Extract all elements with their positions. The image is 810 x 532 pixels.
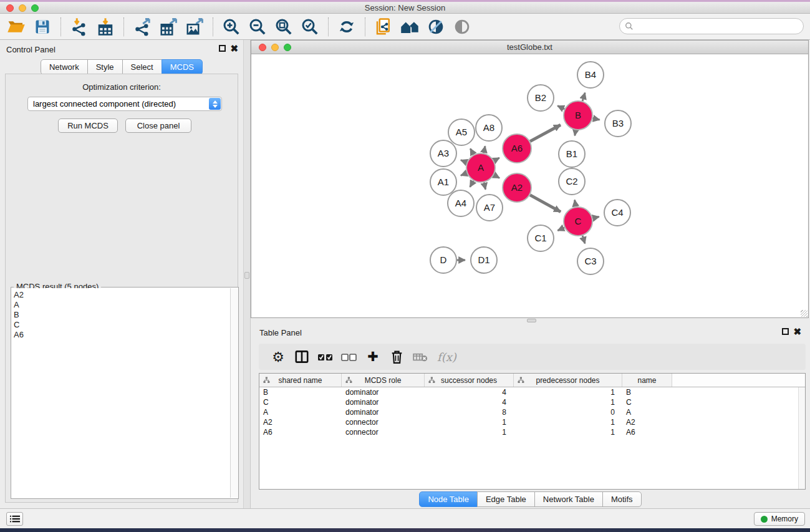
table-settings-button[interactable]: ⚙: [268, 346, 289, 367]
edge-A2-C[interactable]: [530, 195, 561, 212]
table-row[interactable]: Bdominator41B: [259, 387, 805, 397]
edge-C-C1[interactable]: [557, 228, 564, 231]
tab-style[interactable]: Style: [87, 59, 123, 75]
graph-node-B1[interactable]: B1: [559, 141, 585, 167]
panel-splitter[interactable]: [243, 40, 251, 508]
tab-edge-table[interactable]: Edge Table: [477, 491, 535, 507]
edge-B-B1[interactable]: [575, 130, 576, 136]
table-cell[interactable]: C: [259, 397, 342, 407]
horizontal-splitter-handle[interactable]: [527, 319, 536, 322]
table-cell[interactable]: dominator: [342, 397, 425, 407]
edge-C-C2[interactable]: [575, 200, 576, 207]
delete-column-button[interactable]: [386, 346, 407, 367]
column-header-name[interactable]: name: [622, 374, 672, 387]
delete-table-button[interactable]: [410, 346, 431, 367]
table-cell[interactable]: dominator: [342, 407, 425, 417]
edge-A-A1[interactable]: [461, 173, 467, 176]
edge-A-A4[interactable]: [470, 181, 474, 187]
mcds-result-item[interactable]: A2: [14, 290, 229, 300]
show-details-button[interactable]: [451, 16, 473, 38]
export-image-button[interactable]: [183, 16, 206, 38]
table-cell[interactable]: A: [259, 407, 342, 417]
table-cell[interactable]: A2: [259, 417, 342, 427]
search-input[interactable]: [637, 22, 798, 31]
graph-node-A2[interactable]: A2: [503, 173, 531, 202]
table-cell[interactable]: A: [622, 407, 672, 417]
table-cell[interactable]: C: [622, 397, 672, 407]
graph-node-A7[interactable]: A7: [476, 195, 503, 221]
run-mcds-button[interactable]: Run MCDS: [58, 118, 118, 133]
table-row[interactable]: A2connector11A2: [259, 417, 805, 427]
tab-mcds[interactable]: MCDS: [162, 59, 203, 75]
edge-C-C4[interactable]: [592, 217, 599, 218]
edge-A-A3[interactable]: [461, 160, 467, 163]
table-cell[interactable]: 4: [425, 397, 514, 407]
graph-node-C4[interactable]: C4: [604, 200, 630, 226]
select-all-columns-button[interactable]: [315, 346, 336, 367]
table-cell[interactable]: 1: [514, 417, 622, 427]
export-table-button[interactable]: [157, 16, 180, 38]
table-cell[interactable]: 1: [425, 417, 514, 427]
table-cell[interactable]: connector: [342, 417, 425, 427]
save-session-button[interactable]: [31, 16, 54, 38]
table-cell[interactable]: connector: [342, 427, 425, 437]
column-header-successor-nodes[interactable]: successor nodes: [425, 374, 514, 387]
function-builder-button[interactable]: f(x): [437, 351, 456, 364]
tab-network[interactable]: Network: [41, 59, 88, 75]
table-scrollbar[interactable]: [798, 387, 805, 489]
zoom-in-button[interactable]: [220, 16, 243, 38]
resize-grip[interactable]: [801, 310, 808, 317]
close-panel-icon[interactable]: ✖: [230, 45, 238, 52]
network-canvas[interactable]: AA1A2A3A4A5A6A7A8BB1B2B3B4CC1C2C3C4DD1: [251, 54, 808, 317]
tab-node-table[interactable]: Node Table: [419, 491, 478, 507]
hide-details-button[interactable]: [425, 16, 447, 38]
table-cell[interactable]: A6: [259, 427, 342, 437]
search-box[interactable]: [619, 18, 804, 34]
edge-B-B3[interactable]: [593, 118, 600, 120]
graph-node-B2[interactable]: B2: [528, 85, 554, 111]
graph-node-C3[interactable]: C3: [577, 248, 604, 274]
zoom-fit-button[interactable]: [272, 16, 295, 38]
create-column-button[interactable]: ✚: [362, 346, 383, 367]
open-session-button[interactable]: [5, 16, 27, 38]
graph-node-A8[interactable]: A8: [476, 115, 502, 141]
graph-node-A4[interactable]: A4: [448, 190, 474, 216]
show-columns-button[interactable]: [291, 346, 312, 367]
graph-node-C1[interactable]: C1: [528, 225, 554, 251]
column-header-mcds-role[interactable]: MCDS role: [342, 374, 425, 387]
graph-node-A5[interactable]: A5: [448, 119, 475, 145]
graph-node-D1[interactable]: D1: [471, 247, 497, 273]
graph-node-A3[interactable]: A3: [430, 140, 456, 167]
graph-node-C[interactable]: C: [564, 207, 592, 236]
export-network-button[interactable]: [131, 16, 153, 38]
mcds-result-item[interactable]: C: [14, 320, 229, 330]
show-panels-button[interactable]: [6, 512, 23, 526]
table-cell[interactable]: B: [622, 387, 672, 397]
home-button[interactable]: [398, 16, 421, 38]
column-header-shared-name[interactable]: shared name: [259, 374, 342, 387]
clone-network-button[interactable]: [372, 16, 395, 38]
graph-node-B4[interactable]: B4: [577, 62, 604, 88]
graph-node-B[interactable]: B: [564, 101, 592, 130]
table-cell[interactable]: 1: [514, 397, 622, 407]
graph-node-A6[interactable]: A6: [503, 134, 531, 163]
import-network-button[interactable]: [68, 16, 90, 38]
graph-node-B3[interactable]: B3: [605, 110, 631, 137]
graph-node-D[interactable]: D: [430, 247, 456, 273]
table-cell[interactable]: A2: [622, 417, 672, 427]
table-cell[interactable]: A6: [622, 427, 672, 437]
table-cell[interactable]: dominator: [342, 387, 425, 397]
table-cell[interactable]: 1: [514, 427, 622, 437]
edge-B-B2[interactable]: [557, 106, 564, 109]
graph-node-C2[interactable]: C2: [559, 168, 585, 195]
edge-A-A6[interactable]: [494, 158, 499, 161]
network-graph[interactable]: AA1A2A3A4A5A6A7A8BB1B2B3B4CC1C2C3C4DD1: [251, 54, 808, 318]
table-row[interactable]: A6connector11A6: [259, 427, 805, 437]
graph-node-A[interactable]: A: [466, 153, 495, 182]
table-cell[interactable]: 0: [514, 407, 622, 417]
zoom-out-button[interactable]: [246, 16, 269, 38]
deselect-all-columns-button[interactable]: [339, 346, 360, 367]
memory-button[interactable]: Memory: [754, 512, 805, 526]
table-row[interactable]: Adominator80A: [259, 407, 805, 417]
graph-node-A1[interactable]: A1: [430, 169, 456, 195]
